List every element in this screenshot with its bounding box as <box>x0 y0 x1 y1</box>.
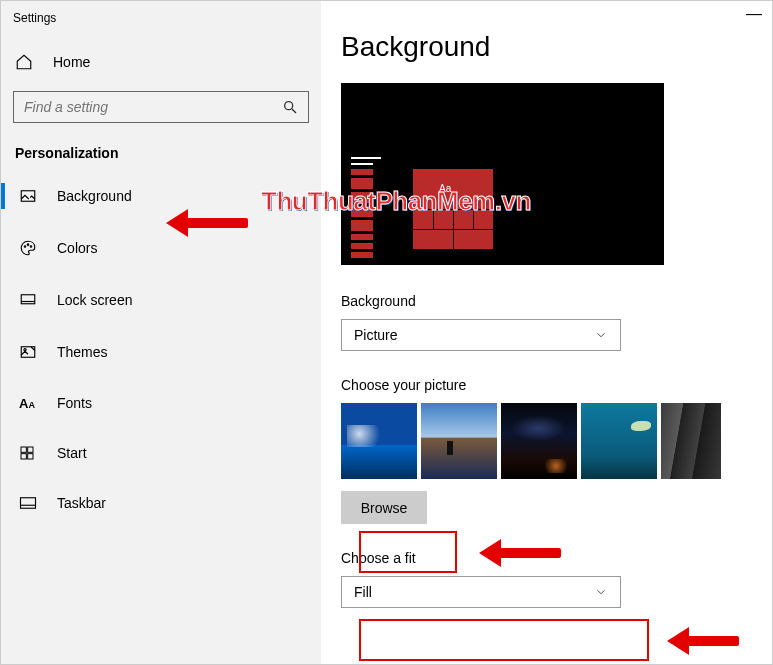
sidebar-item-label: Start <box>57 445 87 461</box>
taskbar-icon <box>19 496 43 510</box>
svg-point-0 <box>285 102 293 110</box>
svg-rect-6 <box>21 295 35 304</box>
sidebar-item-colors[interactable]: Colors <box>1 227 321 269</box>
preview-tile: Aa <box>413 169 493 249</box>
chevron-down-icon <box>594 585 608 599</box>
browse-button-label: Browse <box>361 500 408 516</box>
svg-point-3 <box>24 246 26 248</box>
picture-icon <box>19 187 43 205</box>
start-icon <box>19 445 43 461</box>
picture-thumbnail[interactable] <box>501 403 577 479</box>
page-title: Background <box>341 31 752 63</box>
sidebar-item-label: Taskbar <box>57 495 106 511</box>
sidebar-item-lock-screen[interactable]: Lock screen <box>1 279 321 321</box>
sidebar-item-label: Colors <box>57 240 97 256</box>
browse-button[interactable]: Browse <box>341 491 427 524</box>
background-dropdown-value: Picture <box>354 327 398 343</box>
search-input[interactable] <box>24 99 224 115</box>
fit-dropdown-value: Fill <box>354 584 372 600</box>
background-field-label: Background <box>341 293 752 309</box>
svg-rect-14 <box>21 498 36 509</box>
home-nav-item[interactable]: Home <box>1 43 321 81</box>
home-label: Home <box>53 54 90 70</box>
sidebar-item-label: Fonts <box>57 395 92 411</box>
desktop-preview: Aa <box>341 83 664 265</box>
sidebar: Settings Home Personalization Background <box>1 1 321 664</box>
search-icon <box>282 99 298 115</box>
sidebar-item-background[interactable]: Background <box>1 175 321 217</box>
picture-thumbnail[interactable] <box>581 403 657 479</box>
main-content: Background Aa <box>321 1 772 664</box>
sidebar-item-label: Lock screen <box>57 292 132 308</box>
svg-rect-12 <box>21 454 26 459</box>
app-title: Settings <box>1 7 321 43</box>
sidebar-item-fonts[interactable]: AA Fonts <box>1 383 321 423</box>
svg-point-5 <box>30 246 32 248</box>
svg-point-9 <box>24 349 26 351</box>
sidebar-item-label: Background <box>57 188 132 204</box>
background-dropdown[interactable]: Picture <box>341 319 621 351</box>
svg-rect-2 <box>21 191 35 202</box>
svg-rect-13 <box>28 454 33 459</box>
home-icon <box>15 53 39 71</box>
svg-rect-11 <box>28 447 33 452</box>
sidebar-item-themes[interactable]: Themes <box>1 331 321 373</box>
svg-line-1 <box>292 109 296 113</box>
choose-picture-label: Choose your picture <box>341 377 752 393</box>
picture-thumbnail[interactable] <box>421 403 497 479</box>
sidebar-item-taskbar[interactable]: Taskbar <box>1 483 321 523</box>
minimize-button[interactable]: — <box>744 5 764 23</box>
fit-dropdown[interactable]: Fill <box>341 576 621 608</box>
sidebar-item-start[interactable]: Start <box>1 433 321 473</box>
preview-sample-text: Aa <box>439 183 451 194</box>
svg-rect-10 <box>21 447 26 452</box>
chevron-down-icon <box>594 328 608 342</box>
lock-screen-icon <box>19 291 43 309</box>
picture-thumbnails <box>341 403 752 479</box>
picture-thumbnail[interactable] <box>341 403 417 479</box>
search-box[interactable] <box>13 91 309 123</box>
picture-thumbnail[interactable] <box>661 403 721 479</box>
fonts-icon: AA <box>19 396 43 411</box>
themes-icon <box>19 343 43 361</box>
choose-fit-label: Choose a fit <box>341 550 752 566</box>
svg-point-4 <box>27 244 29 246</box>
palette-icon <box>19 239 43 257</box>
sidebar-item-label: Themes <box>57 344 108 360</box>
section-header: Personalization <box>1 139 321 175</box>
